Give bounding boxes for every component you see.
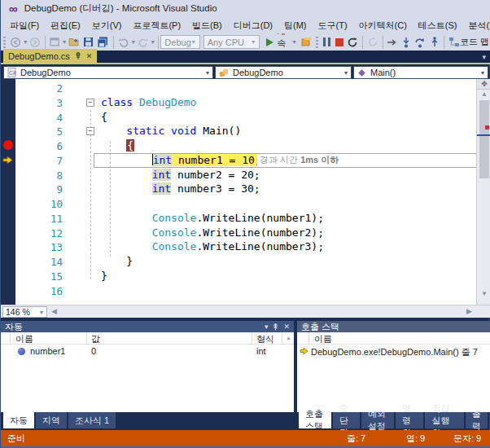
code-line[interactable]: } [101,254,133,269]
code-token: class [101,96,133,108]
editor-zoom-combo[interactable]: 146 % ▾ [2,306,47,318]
code-line[interactable]: int number1 = 10;경과 시간 1ms 이하 [101,153,261,168]
save-all-button[interactable] [95,35,111,49]
watch-tab[interactable]: 자동 [3,412,34,428]
code-editor[interactable]: 23−class DebugDemo4{5− static void Main(… [1,79,490,305]
add-item-button[interactable] [67,35,81,49]
toolbar-grip[interactable] [316,37,318,48]
title-bar: ∞ DebugDemo (디버깅) - Microsoft Visual Stu… [1,0,490,17]
tab-debugdemo-cs[interactable]: DebugDemo.cs ✕ [3,49,97,63]
csharp-file-icon: C# [7,68,16,77]
scroll-up-arrow[interactable]: ▲ [477,90,490,99]
code-line[interactable]: class DebugDemo [101,95,196,110]
menu-item[interactable]: 테스트(S) [413,17,463,34]
menu-item[interactable]: 분석(N) [463,17,490,34]
type-dropdown[interactable]: DebugDemo ▾ [215,66,352,79]
redo-dropdown[interactable]: ▾ [151,38,155,46]
code-line[interactable]: int number2 = 20; [101,168,260,182]
autos-header[interactable]: 자동 ▾ ✕ [1,321,294,332]
fold-collapse-button[interactable]: − [86,99,94,107]
restart-button[interactable] [345,35,360,50]
watch-tab[interactable]: 지역 [36,412,67,428]
code-area[interactable]: 23−class DebugDemo4{5− static void Main(… [15,79,476,305]
save-button[interactable] [81,35,95,49]
callstack-row[interactable]: DebugDemo.exe!DebugDemo.Main() 줄 7 [297,345,490,358]
scroll-down-arrow[interactable]: ▼ [477,289,490,299]
pause-button[interactable] [321,36,334,48]
sync-solution-explorer-button[interactable] [299,35,313,49]
menu-item[interactable]: 편집(E) [45,17,86,34]
autos-column-header[interactable]: 이름 값 형식 ▲ [1,332,294,345]
breakpoint-margin[interactable] [1,79,15,305]
close-icon[interactable]: ✕ [86,52,93,60]
navigate-back-button[interactable] [8,35,23,50]
menu-item[interactable]: 프로젝트(P) [127,17,186,34]
menu-item[interactable]: 팀(M) [278,17,313,34]
close-icon[interactable]: ✕ [283,323,290,331]
navigation-bar: C# DebugDemo ▾ DebugDemo ▾ Main() ▾ [1,66,490,77]
redo-button[interactable] [136,35,151,49]
undo-button[interactable] [116,35,131,49]
debugwin-tab[interactable]: 출력 [466,412,488,428]
code-line[interactable]: { [101,110,107,125]
autos-row[interactable]: number10int [1,345,294,358]
new-window-button[interactable] [48,35,62,49]
perftip[interactable]: 경과 시간 1ms 이하 [257,154,341,166]
code-line[interactable]: Console.WriteLine(number3); [101,239,324,254]
debugwin-tab[interactable]: 중단점 [333,412,360,428]
watch-tab[interactable]: 조사식 1 [68,412,116,428]
debugwin-tab[interactable]: 호출 스택 [299,412,331,428]
continue-button[interactable]: 계속(C) ▾ [265,33,298,51]
debugwin-tab[interactable]: 직접 실행 창 [425,412,463,428]
current-frame-arrow-icon [300,347,308,355]
run-to-cursor-button[interactable] [385,36,400,49]
navigate-forward-button[interactable] [28,35,42,50]
fold-collapse-button[interactable]: − [86,127,94,135]
scroll-left-arrow[interactable]: ◀ [51,307,57,315]
scrollbar-thumb[interactable] [479,100,489,178]
code-line[interactable]: int number3 = 30; [101,182,260,196]
debugwin-tab[interactable]: 예외 설정 [361,412,394,428]
code-line[interactable]: Console.WriteLine(number1); [101,211,324,226]
menu-item[interactable]: 빌드(B) [186,17,228,34]
solution-configuration-combo[interactable]: Debug▾ [160,35,199,49]
menu-item[interactable]: 도구(T) [313,17,353,34]
menu-item[interactable]: 보기(V) [86,17,128,34]
tab-list-dropdown[interactable]: ▾ [482,53,486,61]
window-position-icon[interactable]: ▾ [265,323,269,331]
pin-icon[interactable] [273,323,278,331]
debugwin-tab[interactable]: 명령 창 [396,412,423,428]
vertical-scrollbar[interactable]: ✥ ▲ ▼ [476,79,490,305]
pin-icon[interactable] [75,52,81,59]
code-line[interactable]: } [101,269,107,283]
code-line[interactable]: Console.WriteLine(number2); [101,226,324,240]
code-line[interactable]: { [101,138,134,153]
menu-item[interactable]: 아키텍처(C) [353,17,413,34]
menu-bar: 파일(F)편집(E)보기(V)프로젝트(P)빌드(B)디버그(D)팀(M)도구(… [1,17,490,33]
perftip-value[interactable]: 1ms 이하 [300,155,339,165]
menu-item[interactable]: 디버그(D) [228,17,278,34]
scroll-up-arrow[interactable]: ▲ [286,335,291,340]
line-number: 11 [25,213,63,225]
splitter-handle[interactable]: ✥ [477,79,490,90]
step-over-button[interactable] [413,35,428,50]
scroll-right-arrow[interactable]: ▶ [466,307,472,315]
step-into-button[interactable] [400,35,413,50]
code-token: .WriteLine(number1); [196,212,324,224]
line-number: 12 [25,227,63,239]
project-dropdown[interactable]: C# DebugDemo ▾ [3,66,213,79]
line-number: 14 [25,256,63,268]
code-token [101,212,152,224]
member-dropdown[interactable]: Main() ▾ [353,66,488,79]
code-map-button[interactable]: 코드 맵 [447,34,490,50]
show-next-statement-button[interactable] [365,35,380,49]
menu-item[interactable]: 파일(F) [4,17,45,34]
toolbar-grip[interactable] [3,37,6,48]
stop-button[interactable] [334,37,345,48]
code-line[interactable]: static void Main() [101,124,241,138]
callstack-column-header[interactable]: 이름 [297,332,490,345]
breakpoint-icon[interactable] [3,140,13,150]
solution-platform-combo[interactable]: Any CPU▾ [203,35,260,49]
callstack-header[interactable]: 호출 스택 [297,321,490,332]
step-out-button[interactable] [428,35,441,50]
